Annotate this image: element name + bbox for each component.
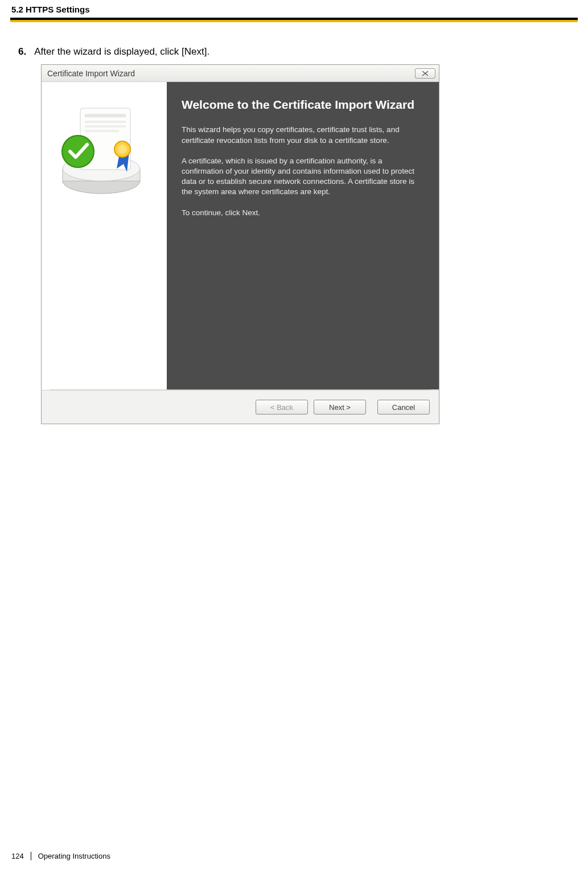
page-number: 124 — [11, 852, 31, 860]
wizard-sidebar — [42, 82, 167, 389]
doc-title: Operating Instructions — [38, 852, 110, 860]
wizard-heading: Welcome to the Certificate Import Wizard — [182, 97, 424, 112]
svg-rect-7 — [85, 114, 126, 117]
cancel-button[interactable]: Cancel — [377, 400, 430, 415]
cancel-button-label: Cancel — [392, 403, 415, 412]
svg-point-13 — [118, 145, 127, 154]
close-icon — [422, 71, 429, 76]
wizard-body: Welcome to the Certificate Import Wizard… — [42, 82, 439, 389]
window-title: Certificate Import Wizard — [47, 69, 135, 78]
wizard-para-1: This wizard helps you copy certificates,… — [182, 125, 424, 145]
button-strip: < Back Next > Cancel — [42, 390, 439, 424]
section-title: 5.2 HTTPS Settings — [11, 5, 90, 14]
close-button[interactable] — [415, 68, 435, 79]
step-text: After the wizard is displayed, click [Ne… — [34, 46, 209, 58]
wizard-window: Certificate Import Wizard — [41, 64, 439, 424]
header-accent-yellow — [10, 20, 578, 22]
wizard-para-3: To continue, click Next. — [182, 208, 424, 218]
back-button: < Back — [256, 400, 308, 415]
wizard-para-2: A certificate, which is issued by a cert… — [182, 156, 424, 198]
wizard-content: Welcome to the Certificate Import Wizard… — [167, 82, 439, 389]
instruction-step: 6. After the wizard is displayed, click … — [18, 46, 554, 58]
next-button[interactable]: Next > — [314, 400, 366, 415]
svg-rect-10 — [85, 130, 119, 132]
step-number: 6. — [18, 46, 26, 58]
svg-rect-8 — [85, 121, 126, 123]
titlebar: Certificate Import Wizard — [42, 65, 439, 82]
svg-rect-9 — [85, 125, 126, 128]
next-button-label: Next > — [329, 403, 351, 412]
page-footer: 124 Operating Instructions — [11, 852, 110, 860]
page-header: 5.2 HTTPS Settings — [0, 0, 588, 18]
certificate-icon — [59, 96, 155, 198]
back-button-label: < Back — [270, 403, 293, 412]
